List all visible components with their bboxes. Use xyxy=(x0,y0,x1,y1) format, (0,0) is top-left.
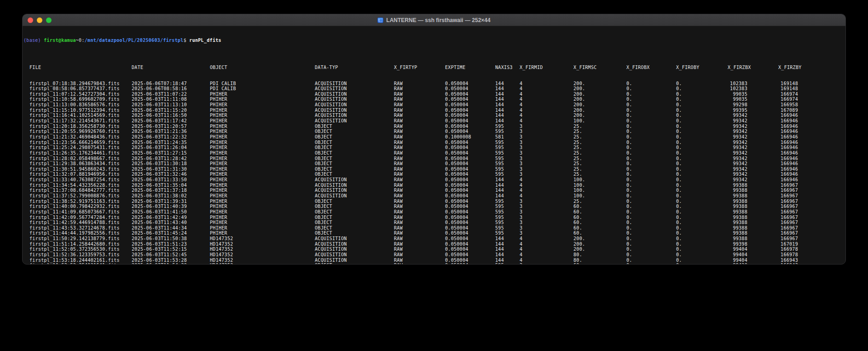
table-cell: PHIHER xyxy=(210,199,315,204)
zoom-button[interactable] xyxy=(46,17,52,23)
table-cell: 2025-06-03T11:44:34 xyxy=(132,225,210,231)
table-cell: 144 xyxy=(495,183,520,188)
table-cell: ACQUISITION xyxy=(315,242,394,247)
table-cell: PHIHER xyxy=(210,92,315,97)
table-cell: 144 xyxy=(495,108,520,113)
column-header: X_FIRMSC xyxy=(573,65,626,70)
table-cell: 595 xyxy=(495,204,520,209)
table-cell: 2025-06-03T11:28:42 xyxy=(132,156,210,161)
table-cell: 0.050004 xyxy=(445,140,495,145)
table-cell: 166967 xyxy=(778,188,833,193)
table-cell: firstpl_11:29:38.063863434.fits xyxy=(29,161,132,167)
table-cell: firstpl_11:37:08.684842777.fits xyxy=(29,188,132,193)
table-cell: 166946 xyxy=(778,129,833,134)
table-cell: 0. xyxy=(676,193,728,199)
table-cell: 3 xyxy=(520,172,573,177)
numeric-value: 166967 xyxy=(778,225,798,231)
dfits-output-table: FILEDATEOBJECTDATA-TYPX_FIRTYPEXPTIMENAX… xyxy=(29,54,843,265)
table-cell: 166974 xyxy=(778,92,833,97)
table-cell: firstpl_11:41:09.685073667.fits xyxy=(29,209,132,215)
table-cell: PHIHER xyxy=(210,167,315,172)
table-cell: 100. xyxy=(573,193,626,199)
table-cell: 3 xyxy=(520,161,573,167)
table-cell: RAW xyxy=(394,220,445,225)
numeric-value: 99342 xyxy=(728,161,747,167)
table-cell: ACQUISITION xyxy=(315,188,394,193)
numeric-value: 169148 xyxy=(778,86,798,92)
table-cell: 99342 xyxy=(728,140,778,145)
terminal-content[interactable]: (base) first@kamua~0:/mnt/datazpool/PL/2… xyxy=(23,26,845,265)
numeric-value: 166946 xyxy=(778,124,798,129)
table-cell: firstpl_11:32:07.881946956.fits xyxy=(29,172,132,177)
table-cell: 25. xyxy=(573,156,626,161)
table-cell: 595 xyxy=(495,129,520,134)
table-cell: RAW xyxy=(394,177,445,183)
table-cell: 3 xyxy=(520,225,573,231)
minimize-button[interactable] xyxy=(37,17,42,23)
table-row: firstpl_11:37:52.799008876.fits2025-06-0… xyxy=(29,193,843,199)
table-cell: 2025-06-03T11:45:24 xyxy=(132,230,210,236)
table-cell: 0. xyxy=(676,140,728,145)
table-cell: 166943 xyxy=(778,258,833,263)
table-cell: 3 xyxy=(520,140,573,145)
table-cell: RAW xyxy=(394,258,445,263)
table-cell: RAW xyxy=(394,81,445,86)
window-titlebar[interactable]: LANTERNE — ssh firsthawaii — 252×44 xyxy=(23,14,845,26)
numeric-value: 166958 xyxy=(778,102,798,108)
table-cell: 2025-06-03T11:16:50 xyxy=(132,113,210,118)
table-cell: 4 xyxy=(520,188,573,193)
table-cell: ACQUISITION xyxy=(315,81,394,86)
table-row: firstpl_11:53:52.354121641.fits2025-06-0… xyxy=(29,263,843,265)
table-cell: 3 xyxy=(520,215,573,220)
table-cell: 102383 xyxy=(728,86,778,92)
close-button[interactable] xyxy=(28,17,33,23)
table-cell: 144 xyxy=(495,247,520,252)
terminal-proxy-icon xyxy=(377,17,383,23)
table-cell: 2025-06-03T11:15:20 xyxy=(132,108,210,113)
table-cell: 60. xyxy=(573,220,626,225)
table-cell: OBJECT xyxy=(315,156,394,161)
table-cell: RAW xyxy=(394,92,445,97)
table-cell: 99420 xyxy=(728,263,778,265)
table-cell: firstpl_11:17:32.214543671.fits xyxy=(29,118,132,124)
numeric-value: 169148 xyxy=(778,81,798,86)
table-cell: 99388 xyxy=(728,199,778,204)
table-cell: 166967 xyxy=(778,183,833,188)
table-cell: 595 xyxy=(495,140,520,145)
table-row: firstpl_11:42:59.446914788.fits2025-06-0… xyxy=(29,220,843,225)
table-cell: 99395 xyxy=(728,108,778,113)
table-cell: 0. xyxy=(676,209,728,215)
table-cell: ACQUISITION xyxy=(315,177,394,183)
column-header: FILE xyxy=(29,65,132,70)
table-cell: 3 xyxy=(520,167,573,172)
numeric-value: 99342 xyxy=(728,134,747,140)
table-cell: 0. xyxy=(626,113,676,118)
table-cell: 169148 xyxy=(778,81,833,86)
table-cell: 60. xyxy=(573,215,626,220)
numeric-value: 99342 xyxy=(728,167,747,172)
numeric-value: 99342 xyxy=(728,150,747,156)
table-cell: 0. xyxy=(676,102,728,108)
table-body: firstpl_07:18:38.294679843.fits2025-06-0… xyxy=(29,81,843,265)
table-cell: 0. xyxy=(626,199,676,204)
table-cell: firstpl_11:43:53.327124678.fits xyxy=(29,225,132,231)
table-cell: 4 xyxy=(520,177,573,183)
table-row: firstpl_11:15:10.977512394.fits2025-06-0… xyxy=(29,108,843,113)
table-cell: ACQUISITION xyxy=(315,108,394,113)
table-cell: RAW xyxy=(394,156,445,161)
table-cell: 0.050004 xyxy=(445,204,495,209)
numeric-value: 166946 xyxy=(778,156,798,161)
numeric-value: 99342 xyxy=(728,177,747,183)
table-header-row: FILEDATEOBJECTDATA-TYPX_FIRTYPEXPTIMENAX… xyxy=(29,65,843,70)
table-cell: 144 xyxy=(495,242,520,247)
table-row: firstpl_11:29:38.063863434.fits2025-06-0… xyxy=(29,161,843,167)
numeric-value: 102383 xyxy=(728,86,747,92)
table-cell: firstpl_11:42:59.446914788.fits xyxy=(29,220,132,225)
table-cell: 4 xyxy=(520,258,573,263)
table-cell: PDI CALIB xyxy=(210,81,315,86)
prompt-segment: /mnt/datazpool/PL/20250603/firstpl xyxy=(85,38,184,43)
column-header: X_FIRZBY xyxy=(778,65,833,70)
table-cell: RAW xyxy=(394,140,445,145)
table-cell: 99388 xyxy=(728,193,778,199)
table-cell: 99404 xyxy=(728,247,778,252)
